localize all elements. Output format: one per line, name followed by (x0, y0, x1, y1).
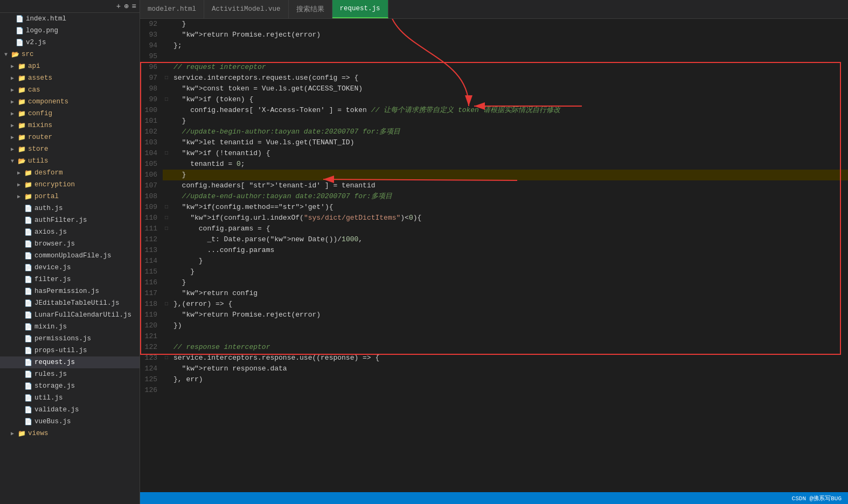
tree-item-device-js[interactable]: 📄 device.js (0, 262, 140, 274)
fold-button (163, 363, 170, 374)
tree-file-icon: 📄 (16, 39, 24, 47)
tree-item-mixin-js[interactable]: 📄 mixin.js (0, 321, 140, 333)
tree-item-index-html[interactable]: 📄 index.html (0, 13, 140, 25)
fold-button (163, 116, 170, 127)
tree-item-encryption[interactable]: ▶📁 encryption (0, 179, 140, 191)
tree-item-browser-js[interactable]: 📄 browser.js (0, 238, 140, 250)
tree-item-auth-js[interactable]: 📄 auth.js (0, 202, 140, 214)
fold-button[interactable]: □ (163, 213, 170, 223)
tab-modeler-html[interactable]: modeler.html (140, 0, 204, 18)
fold-button[interactable]: □ (163, 299, 170, 310)
collapse-icon[interactable]: ≡ (132, 2, 136, 11)
code-line-93: 93 "kw">return Promise.reject(error) (140, 30, 848, 40)
tree-item-router[interactable]: ▶📁 router (0, 131, 140, 143)
code-content: "kw">if(config.method=="str">'get'){ (170, 202, 848, 213)
new-file-icon[interactable]: + (116, 2, 121, 11)
code-content: },(error) => { (170, 299, 848, 310)
tree-item-components[interactable]: ▶📁 components (0, 96, 140, 108)
tree-item-portal[interactable]: ▶📁 portal (0, 191, 140, 202)
line-number: 121 (140, 331, 163, 342)
tree-item-permissions-js[interactable]: 📄 permissions.js (0, 333, 140, 345)
tree-item-logo-png[interactable]: 📄 logo.png (0, 25, 140, 37)
tree-item-LunarFullCalendarUtil-js[interactable]: 📄 LunarFullCalendarUtil.js (0, 309, 140, 321)
fold-button[interactable]: □ (163, 202, 170, 213)
fold-button (163, 288, 170, 299)
fold-button (163, 83, 170, 94)
code-content: "kw">if (!tenantid) { (170, 148, 848, 159)
code-editor[interactable]: 92 }93 "kw">return Promise.reject(error)… (140, 19, 848, 492)
tree-item-vueBus-js[interactable]: 📄 vueBus.js (0, 416, 140, 428)
tree-item-hasPermission-js[interactable]: 📄 hasPermission.js (0, 285, 140, 297)
tree-item-props-util-js[interactable]: 📄 props-util.js (0, 345, 140, 356)
code-line-124: 124 "kw">return response.data (140, 363, 848, 374)
fold-button[interactable]: □ (163, 73, 170, 83)
tree-item-label: mixin.js (34, 323, 67, 331)
fold-button[interactable]: □ (163, 148, 170, 159)
tree-item-rules-js[interactable]: 📄 rules.js (0, 368, 140, 380)
tree-item-validate-js[interactable]: 📄 validate.js (0, 404, 140, 416)
tab-ActivitiModel-vue[interactable]: ActivitiModel.vue (204, 0, 289, 18)
code-line-110: 110□ "kw">if(config.url.indexOf("sys/dic… (140, 213, 848, 223)
fold-button (163, 342, 170, 353)
tree-item-filter-js[interactable]: 📄 filter.js (0, 274, 140, 285)
tree-item-label: props-util.js (34, 347, 87, 354)
new-folder-icon[interactable]: ⊕ (124, 2, 128, 11)
fold-button[interactable]: □ (163, 94, 170, 105)
tree-file-icon: 📄 (24, 288, 32, 296)
tree-item-assets[interactable]: ▶📁 assets (0, 72, 140, 84)
line-number: 95 (140, 51, 163, 62)
fold-button (163, 385, 170, 396)
tree-item-v2-js[interactable]: 📄 v2.js (0, 37, 140, 48)
fold-button (163, 51, 170, 62)
code-content: // request interceptor (170, 62, 848, 73)
fold-button[interactable]: □ (163, 223, 170, 234)
tree-item-label: storage.js (34, 382, 75, 390)
code-content: _t: Date.parse("kw">new Date())/1000, (170, 234, 848, 245)
code-content: service.interceptors.response.use((respo… (170, 353, 848, 363)
code-content: // response interceptor (170, 342, 848, 353)
code-line-121: 121 (140, 331, 848, 342)
tree-item-util-js[interactable]: 📄 util.js (0, 392, 140, 404)
sidebar-toolbar: + ⊕ ≡ (0, 0, 140, 13)
fold-button (163, 310, 170, 320)
tree-item-api[interactable]: ▶📁 api (0, 60, 140, 72)
tree-item-desform[interactable]: ▶📁 desform (0, 167, 140, 179)
tree-item-label: axios.js (34, 228, 67, 236)
tree-item-cas[interactable]: ▶📁 cas (0, 84, 140, 96)
tree-item-views[interactable]: ▶📁 views (0, 428, 140, 439)
tree-item-label: views (28, 430, 48, 437)
tree-item-label: hasPermission.js (34, 288, 99, 295)
tab-request-js[interactable]: request.js (332, 0, 388, 18)
tree-file-icon: 📁 (24, 181, 32, 189)
tree-item-mixins[interactable]: ▶📁 mixins (0, 120, 140, 131)
line-number: 125 (140, 374, 163, 385)
tree-item-request-js[interactable]: 📄 request.js (0, 356, 140, 368)
line-number: 124 (140, 363, 163, 374)
tree-item-authFilter-js[interactable]: 📄 authFilter.js (0, 214, 140, 226)
fold-button[interactable]: □ (163, 353, 170, 363)
line-number: 111 (140, 223, 163, 234)
tree-file-icon: 📄 (24, 240, 32, 248)
code-line-111: 111□ config.params = { (140, 223, 848, 234)
tree-item-commonUploadFile-js[interactable]: 📄 commonUploadFile.js (0, 250, 140, 262)
tree-item-src[interactable]: ▼📂 src (0, 48, 140, 60)
tree-item-storage-js[interactable]: 📄 storage.js (0, 380, 140, 392)
code-content: config.headers[ 'X-Access-Token' ] = tok… (170, 105, 848, 116)
tree-item-config[interactable]: ▶📁 config (0, 108, 140, 120)
code-content: service.interceptors.request.use(config … (170, 73, 848, 83)
tab-search-results[interactable]: 搜索结果 (289, 0, 332, 18)
tree-item-label: request.js (34, 359, 75, 366)
tree-item-axios-js[interactable]: 📄 axios.js (0, 226, 140, 238)
tree-file-icon: 📄 (24, 216, 32, 225)
tree-item-label: desform (34, 169, 63, 177)
code-line-97: 97□service.interceptors.request.use(conf… (140, 73, 848, 83)
tree-item-utils[interactable]: ▼📂 utils (0, 155, 140, 167)
tree-item-store[interactable]: ▶📁 store (0, 143, 140, 155)
code-content: "kw">return response.data (170, 363, 848, 374)
code-content: }; (170, 40, 848, 51)
fold-button (163, 62, 170, 73)
tree-item-label: permissions.js (34, 335, 91, 342)
tree-file-icon: 📄 (24, 359, 32, 367)
code-line-118: 118□},(error) => { (140, 299, 848, 310)
tree-item-JEditableTableUtil-js[interactable]: 📄 JEditableTableUtil.js (0, 297, 140, 309)
